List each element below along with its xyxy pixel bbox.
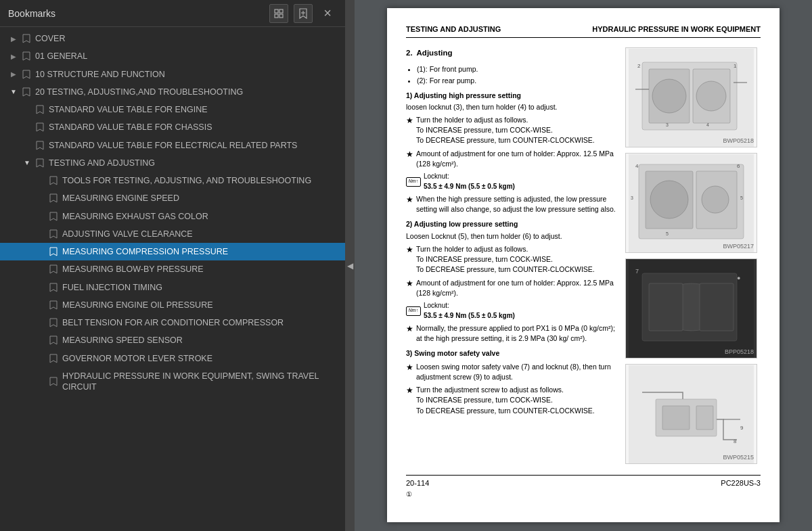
- document-panel: TESTING AND ADJUSTING HYDRAULIC PRESSURE…: [355, 0, 812, 531]
- bookmark-item-tools[interactable]: TOOLS FOR TESTING, ADJUSTING, AND TROUBL…: [0, 172, 345, 189]
- star-icon-6: ★: [406, 323, 413, 335]
- bookmark-item-fuel-injection[interactable]: FUEL INJECTION TIMING: [0, 279, 345, 296]
- bookmark-item-std-engine[interactable]: STANDARD VALUE TABLE FOR ENGINE: [0, 101, 345, 118]
- bookmark-item-exhaust-gas[interactable]: MEASURING EXHAUST GAS COLOR: [0, 208, 345, 225]
- step-1: 1) Adjusting high pressure setting loose…: [406, 91, 618, 215]
- collapse-arrow-icon: ◀: [347, 261, 353, 271]
- svg-text:5: 5: [740, 195, 743, 200]
- bookmark-label-blow-by: MEASURING BLOW-BY PRESSURE: [62, 264, 340, 275]
- step-1-note-text: When the high pressure setting is adjust…: [416, 194, 618, 214]
- bullet-front-pump: (1): For front pump.: [417, 64, 618, 74]
- bookmark-item-blow-by[interactable]: MEASURING BLOW-BY PRESSURE: [0, 260, 345, 278]
- locknut-label-2: Locknut:53.5 ± 4.9 Nm (5.5 ± 0.5 kgm): [424, 301, 515, 321]
- bookmark-icon-blow-by: [49, 264, 58, 274]
- bookmark-item-comp-pressure[interactable]: MEASURING COMPRESSION PRESSURE: [0, 243, 345, 260]
- bookmark-icon-hydraulic-swing: [49, 377, 58, 386]
- step-2-locknut: Nm↑ Locknut:53.5 ± 4.9 Nm (5.5 ± 0.5 kgm…: [406, 301, 618, 321]
- svg-point-22: [650, 181, 688, 218]
- close-button[interactable]: ×: [318, 4, 337, 23]
- expand-arrow-std-engine: [22, 104, 32, 115]
- bookmark-item-governor-motor[interactable]: GOVERNOR MOTOR LEVER STROKE: [0, 350, 345, 367]
- expand-arrow-engine-oil: [35, 300, 46, 310]
- bookmark-label-std-chassis: STANDARD VALUE TABLE FOR CHASSIS: [49, 122, 340, 133]
- bookmark-item-testing-adj[interactable]: ▼ TESTING AND ADJUSTING: [0, 154, 345, 172]
- doc-images-column: 2 1 3 4 BWP05218: [625, 47, 761, 464]
- bookmark-icon-engine-oil: [49, 300, 58, 310]
- bookmark-label-exhaust-gas: MEASURING EXHAUST GAS COLOR: [62, 211, 340, 222]
- doc-text-column: 2. Adjusting (1): For front pump. (2): F…: [406, 47, 618, 464]
- step-2-note: ★ Normally, the pressure applied to port…: [406, 323, 618, 344]
- step-3-star-1: ★ Loosen swing motor safety valve (7) an…: [406, 362, 618, 382]
- bookmark-label-tools: TOOLS FOR TESTING, ADJUSTING, AND TROUBL…: [62, 175, 340, 186]
- bookmark-icon-cover: [22, 34, 31, 43]
- bookmark-item-belt-tension[interactable]: BELT TENSION FOR AIR CONDITIONER COMPRES…: [0, 314, 345, 331]
- expand-arrow-testing-adj: ▼: [22, 158, 32, 168]
- expand-arrow-general: ▶: [8, 51, 19, 62]
- svg-rect-33: [700, 283, 734, 331]
- svg-text:1: 1: [734, 63, 737, 69]
- step-1-note: ★ When the high pressure setting is adju…: [406, 194, 618, 214]
- bookmark-item-general[interactable]: ▶ 01 GENERAL: [0, 47, 345, 65]
- locknut-icon-2: Nm↑: [406, 306, 421, 316]
- step-2-star-2: ★ Amount of adjustment for one turn of h…: [406, 278, 618, 298]
- bookmark-label-engine-speed: MEASURING ENGINE SPEED: [62, 193, 340, 204]
- bookmark-item-valve-clear[interactable]: ADJUSTING VALVE CLEARANCE: [0, 225, 345, 243]
- bookmarks-header: Bookmarks ×: [0, 0, 345, 27]
- bookmark-label-belt-tension: BELT TENSION FOR AIR CONDITIONER COMPRES…: [62, 317, 340, 328]
- step-2-note-text: Normally, the pressure applied to port P…: [416, 323, 618, 344]
- svg-text:2: 2: [637, 63, 641, 69]
- svg-text:●: ●: [737, 275, 740, 281]
- expand-arrow-fuel-injection: [35, 282, 46, 293]
- bookmark-item-cover[interactable]: ▶ COVER: [0, 30, 345, 47]
- bookmark-item-testing-group[interactable]: ▼ 20 TESTING, ADJUSTING,AND TROUBLESHOOT…: [0, 83, 345, 101]
- svg-rect-0: [275, 9, 278, 13]
- bookmark-item-std-chassis[interactable]: STANDARD VALUE TABLE FOR CHASSIS: [0, 118, 345, 136]
- svg-text:4: 4: [635, 163, 639, 169]
- star-icon-5: ★: [406, 278, 413, 290]
- bookmark-label-structure: 10 STRUCTURE AND FUNCTION: [35, 69, 340, 80]
- star-icon-7: ★: [406, 362, 413, 373]
- step-2-star-1-text: Turn the holder to adjust as follows.To …: [416, 244, 595, 275]
- bookmark-item-engine-speed[interactable]: MEASURING ENGINE SPEED: [0, 189, 345, 207]
- svg-text:7: 7: [635, 268, 639, 275]
- step-3-star-2: ★ Turn the adjustment screw to adjust as…: [406, 385, 618, 416]
- bookmark-icon-structure: [22, 70, 31, 79]
- bookmark-item-hydraulic-swing[interactable]: HYDRAULIC PRESSURE IN WORK EQUIPMENT, SW…: [0, 367, 345, 396]
- img-label-1: BWP05218: [723, 137, 754, 145]
- doc-header: TESTING AND ADJUSTING HYDRAULIC PRESSURE…: [406, 24, 761, 38]
- bookmark-item-std-electrical[interactable]: STANDARD VALUE TABLE FOR ELECTRICAL RELA…: [0, 137, 345, 154]
- expand-arrow-exhaust-gas: [35, 211, 46, 222]
- bookmark-icon-comp-pressure: [49, 247, 58, 256]
- expand-arrow-blow-by: [35, 264, 46, 275]
- doc-image-3: 7 ● BPP05218: [625, 258, 757, 359]
- doc-footer-page: 20-114①: [406, 478, 429, 499]
- bookmark-label-std-engine: STANDARD VALUE TABLE FOR ENGINE: [49, 104, 340, 115]
- expand-arrow-valve-clear: [35, 229, 46, 239]
- bookmark-icon-std-chassis: [35, 122, 45, 132]
- bookmark-label-testing-adj: TESTING AND ADJUSTING: [49, 158, 340, 168]
- step-3-star-1-text: Loosen swing motor safety valve (7) and …: [416, 362, 618, 382]
- svg-point-11: [696, 81, 726, 111]
- svg-text:9: 9: [740, 425, 744, 431]
- bookmarks-list[interactable]: ▶ COVER ▶ 01 GENERAL ▶ 10 STRUCTURE AND …: [0, 27, 345, 531]
- expand-arrow-cover: ▶: [8, 33, 19, 44]
- bookmark-label-hydraulic-swing: HYDRAULIC PRESSURE IN WORK EQUIPMENT, SW…: [62, 371, 340, 393]
- star-icon-4: ★: [406, 244, 413, 256]
- img-label-2: BWP05217: [723, 242, 754, 251]
- svg-rect-38: [662, 406, 690, 430]
- step-2-star-1: ★ Turn the holder to adjust as follows.T…: [406, 244, 618, 275]
- star-icon-2: ★: [406, 149, 413, 160]
- step-3-star-2-text: Turn the adjustment screw to adjust as f…: [416, 385, 595, 416]
- expand-arrow-comp-pressure: [35, 246, 46, 257]
- svg-text:3: 3: [631, 195, 633, 200]
- bookmark-add-button[interactable]: [294, 4, 313, 23]
- doc-header-left: TESTING AND ADJUSTING: [406, 24, 501, 34]
- bookmark-item-structure[interactable]: ▶ 10 STRUCTURE AND FUNCTION: [0, 66, 345, 83]
- bookmark-icon-governor-motor: [49, 354, 58, 363]
- bookmark-item-speed-sensor[interactable]: MEASURING SPEED SENSOR: [0, 331, 345, 349]
- grid-view-button[interactable]: [269, 4, 288, 23]
- star-icon-3: ★: [406, 194, 413, 206]
- panel-collapse-handle[interactable]: ◀: [345, 0, 355, 531]
- bookmark-item-engine-oil[interactable]: MEASURING ENGINE OIL PRESSURE: [0, 296, 345, 314]
- svg-rect-32: [649, 283, 683, 331]
